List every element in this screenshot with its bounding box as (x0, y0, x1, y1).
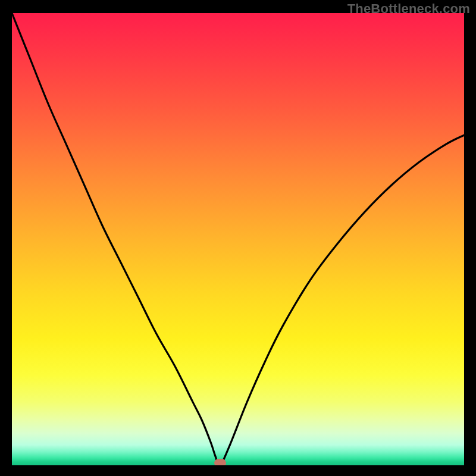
plot-area (12, 13, 464, 465)
bottleneck-curve (12, 13, 464, 465)
chart-frame: TheBottleneck.com (0, 0, 476, 476)
optimum-marker (214, 459, 226, 465)
watermark-text: TheBottleneck.com (347, 1, 470, 17)
